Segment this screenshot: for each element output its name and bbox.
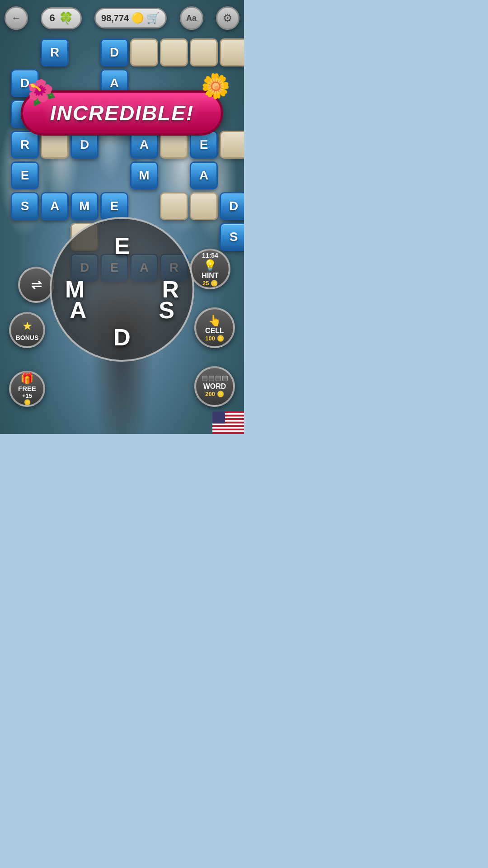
top-bar: ← 6 🍀 98,774 🟡 🛒 Aa ⚙ [5,5,239,32]
wheel-letter-S[interactable]: S [159,297,174,324]
cart-icon[interactable]: 🛒 [146,12,160,24]
gift-icon: 🎁 [20,372,34,385]
svg-rect-11 [212,430,244,432]
tile-R-3-0: R [11,131,39,159]
hint-button[interactable]: 11:54 💡 HINT 25 🪙 [190,249,230,289]
tile-empty-0-7 [220,38,244,66]
tile-empty-0-6 [190,38,218,66]
tile-empty-0-4 [130,38,158,66]
tile-D-0-3: D [100,38,128,66]
font-button[interactable]: Aa [180,6,203,30]
word-cost: 200 🪙 [205,391,224,397]
tile-empty-0-5 [160,38,188,66]
svg-rect-8 [212,425,244,427]
clover-badge: 6 🍀 [41,7,81,29]
free-label: FREE [18,385,36,392]
word-squares-icon [202,376,228,381]
tile-empty-3-7 [220,131,244,159]
word-sq-3 [216,376,221,381]
coins-value: 98,774 [101,13,129,24]
free-cost: 🪙 [24,399,31,406]
wheel-letter-E[interactable]: E [114,232,130,259]
shuffle-icon: ⇌ [31,278,42,292]
coin-icon: 🟡 [131,12,144,24]
cell-hand-icon: 👆 [208,314,221,327]
back-icon: ← [11,12,21,24]
word-sq-2 [209,376,214,381]
tile-R-0-1: R [41,38,69,66]
word-button[interactable]: WORD 200 🪙 [194,366,235,407]
coins-badge: 98,774 🟡 🛒 [94,8,167,28]
clover-count: 6 [49,12,55,24]
shuffle-button[interactable]: ⇌ [18,267,54,303]
settings-button[interactable]: ⚙ [216,6,239,30]
letter-wheel[interactable]: E M R A S D [50,217,194,362]
clover-icon: 🍀 [59,11,73,25]
word-sq-4 [222,376,228,381]
free-button[interactable]: 🎁 FREE +15 🪙 [9,371,45,407]
svg-rect-13 [212,411,225,424]
wheel-letter-D[interactable]: D [113,324,131,351]
bonus-button[interactable]: ★ BONUS [9,312,45,348]
bonus-star-icon: ★ [22,319,33,333]
hint-bulb-icon: 💡 [203,259,217,272]
tile-M-4-4: M [130,161,158,189]
svg-rect-7 [212,424,244,425]
wheel-letter-A[interactable]: A [70,297,87,324]
tile-A-4-6: A [190,161,218,189]
free-plus: +15 [22,392,32,399]
hint-timer: 11:54 [202,252,218,259]
back-button[interactable]: ← [5,6,28,30]
svg-rect-12 [212,432,244,434]
bottom-area: ⇌ E M R A S D 11:54 💡 HINT 25 🪙 ★ BO [0,199,244,434]
svg-rect-9 [212,427,244,429]
hint-label: HINT [202,272,218,280]
bonus-label: BONUS [16,334,39,341]
cell-cost: 100 🪙 [205,335,224,342]
font-label: Aa [186,14,197,23]
svg-rect-10 [212,429,244,430]
us-flag [212,411,244,434]
gear-icon: ⚙ [223,12,233,24]
tile-E-4-0: E [11,161,39,189]
cell-button[interactable]: 👆 CELL 100 🪙 [194,307,235,348]
word-label: WORD [203,382,226,391]
word-sq-1 [202,376,207,381]
hint-cost: 25 🪙 [202,280,218,287]
incredible-text: INCREDIBLE! [50,101,194,125]
cell-label: CELL [205,327,224,335]
